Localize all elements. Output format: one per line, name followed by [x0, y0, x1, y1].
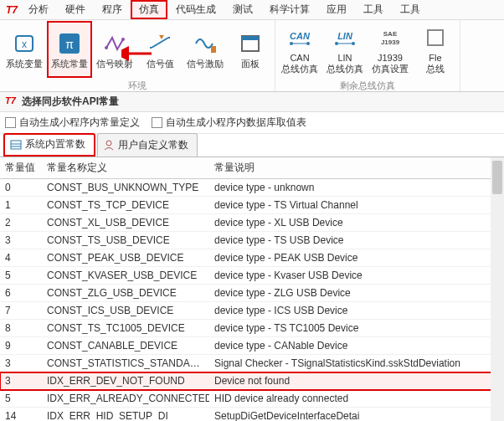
- cell: CONST_TS_TCP_DEVICE: [42, 197, 209, 214]
- svg-rect-8: [242, 36, 259, 40]
- list-icon: [10, 139, 22, 151]
- svg-text:LIN: LIN: [337, 31, 353, 41]
- auto-gen-db[interactable]: 自动生成小程序内数据库取值表: [152, 116, 306, 130]
- cell: IDX_ERR_DEV_NOT_FOUND: [42, 372, 209, 390]
- user-icon: [103, 139, 115, 151]
- table-row[interactable]: 9CONST_CANABLE_DEVICEdevice type - CANab…: [0, 337, 504, 355]
- tab-user-defined-label: 用户自定义常数: [118, 138, 188, 152]
- tab-user-defined[interactable]: 用户自定义常数: [97, 133, 198, 157]
- cell: CONST_TS_TC1005_DEVICE: [42, 320, 209, 337]
- cell: HID device already connected: [209, 390, 504, 408]
- table-row[interactable]: 3IDX_ERR_DEV_NOT_FOUNDDevice not found: [0, 372, 504, 390]
- table-header-row: 常量值常量名称定义常量说明: [0, 157, 504, 179]
- table-row[interactable]: 3CONST_TS_USB_DEVICEdevice type - TS USB…: [0, 232, 504, 249]
- signal-mapping-button[interactable]: 信号映射: [92, 21, 137, 78]
- col-header-2[interactable]: 常量说明: [209, 157, 504, 179]
- panel-icon: [237, 30, 264, 57]
- auto-gen-const-checkbox[interactable]: [5, 117, 16, 128]
- signal-value-button[interactable]: 信号值: [137, 21, 183, 78]
- constants-table: 常量值常量名称定义常量说明 0CONST_BUS_UNKNOWN_TYPEdev…: [0, 157, 504, 421]
- panel-title-bar: T7 选择同步软件API常量: [0, 92, 504, 112]
- table-row[interactable]: 0CONST_BUS_UNKNOWN_TYPEdevice type - unk…: [0, 179, 504, 197]
- menu-item-3[interactable]: 仿真: [131, 0, 167, 19]
- menu-item-2[interactable]: 程序: [94, 0, 131, 19]
- cell: device type - unknown: [209, 179, 504, 197]
- j1939-button[interactable]: SAEJ1939J1939仿真设置: [368, 21, 413, 78]
- table-row[interactable]: 5IDX_ERR_ALREADY_CONNECTEDHID device alr…: [0, 390, 504, 408]
- svg-rect-6: [211, 46, 216, 53]
- svg-point-24: [106, 141, 111, 146]
- vertical-scrollbar[interactable]: [491, 157, 504, 421]
- cell: CONST_TS_USB_DEVICE: [42, 232, 209, 249]
- cell: CONST_CANABLE_DEVICE: [42, 337, 209, 355]
- cell: IDX_ERR_HID_SETUP_DI: [42, 408, 209, 422]
- j1939-icon: SAEJ1939: [377, 24, 404, 51]
- table-row[interactable]: 3CONST_STATISTICS_STANDA…Signal Checker …: [0, 355, 504, 372]
- table-row[interactable]: 5CONST_KVASER_USB_DEVICEdevice type - Kv…: [0, 267, 504, 285]
- table-row[interactable]: 1CONST_TS_TCP_DEVICEdevice type - TS Vir…: [0, 197, 504, 214]
- lin-bus-icon: LIN: [332, 24, 358, 51]
- j1939-label: J1939仿真设置: [372, 53, 409, 74]
- auto-gen-const[interactable]: 自动生成小程序内常量定义: [5, 116, 140, 130]
- col-header-1[interactable]: 常量名称定义: [42, 157, 209, 179]
- cell: 3: [0, 372, 42, 390]
- can-bus-button[interactable]: CANCAN总线仿真: [277, 21, 322, 78]
- cell: CONST_ZLG_USB_DEVICE: [42, 285, 209, 302]
- menu-item-1[interactable]: 硬件: [57, 0, 94, 19]
- auto-gen-const-label: 自动生成小程序内常量定义: [19, 116, 140, 130]
- cell: 5: [0, 390, 42, 408]
- auto-gen-db-checkbox[interactable]: [152, 117, 162, 128]
- panel-label: 面板: [241, 59, 260, 69]
- cell: device type - XL USB Device: [209, 214, 504, 232]
- options-bar: 自动生成小程序内常量定义自动生成小程序内数据库取值表: [0, 112, 504, 134]
- menu-item-8[interactable]: 工具: [355, 0, 392, 19]
- cell: CONST_XL_USB_DEVICE: [42, 214, 209, 232]
- panel-logo-icon: T7: [5, 95, 18, 109]
- tab-system-builtin[interactable]: 系统内置常数: [3, 133, 95, 157]
- cell: device type - TS Virtual Channel: [209, 197, 504, 214]
- table-row[interactable]: 8CONST_TS_TC1005_DEVICEdevice type - TS …: [0, 320, 504, 337]
- cell: 2: [0, 214, 42, 232]
- table-row[interactable]: 2CONST_XL_USB_DEVICEdevice type - XL USB…: [0, 214, 504, 232]
- cell: SetupDiGetDeviceInterfaceDetai: [209, 408, 504, 422]
- system-constants-button[interactable]: π系统常量: [47, 21, 92, 78]
- cell: CONST_ICS_USB_DEVICE: [42, 302, 209, 320]
- cell: device type - Kvaser USB Device: [209, 267, 504, 285]
- scrollbar-thumb[interactable]: [492, 161, 502, 194]
- svg-point-4: [105, 46, 108, 49]
- col-header-0[interactable]: 常量值: [0, 157, 42, 179]
- cell: device type - PEAK USB Device: [209, 249, 504, 267]
- fr-bus-button[interactable]: Fle总线: [413, 21, 458, 78]
- lin-bus-button[interactable]: LINLIN总线仿真: [322, 21, 368, 78]
- system-constants-icon: π: [56, 30, 83, 57]
- menu-item-9[interactable]: 工具: [392, 0, 429, 19]
- ribbon: x系统变量π系统常量信号映射信号值信号激励面板环境CANCAN总线仿真LINLI…: [0, 20, 504, 92]
- table-row[interactable]: 14IDX_ERR_HID_SETUP_DISetupDiGetDeviceIn…: [0, 408, 504, 422]
- menu-item-7[interactable]: 应用: [318, 0, 355, 19]
- app-logo: T7: [3, 2, 20, 18]
- cell: 3: [0, 355, 42, 372]
- constants-table-wrap: 常量值常量名称定义常量说明 0CONST_BUS_UNKNOWN_TYPEdev…: [0, 157, 504, 421]
- menu-item-5[interactable]: 测试: [224, 0, 261, 19]
- cell: 9: [0, 337, 42, 355]
- signal-stimulus-button[interactable]: 信号激励: [183, 21, 228, 78]
- svg-text:J1939: J1939: [381, 39, 400, 46]
- const-tabs: 系统内置常数用户自定义常数: [0, 134, 504, 157]
- cell: IDX_ERR_ALREADY_CONNECTED: [42, 390, 209, 408]
- table-row[interactable]: 7CONST_ICS_USB_DEVICEdevice type - ICS U…: [0, 302, 504, 320]
- menu-item-0[interactable]: 分析: [20, 0, 57, 19]
- signal-value-label: 信号值: [147, 59, 174, 69]
- svg-point-5: [121, 38, 125, 41]
- signal-mapping-label: 信号映射: [96, 59, 133, 69]
- cell: 3: [0, 232, 42, 249]
- system-variables-button[interactable]: x系统变量: [2, 21, 47, 78]
- signal-stimulus-label: 信号激励: [187, 59, 224, 69]
- cell: device type - ZLG USB Device: [209, 285, 504, 302]
- table-row[interactable]: 4CONST_PEAK_USB_DEVICEdevice type - PEAK…: [0, 249, 504, 267]
- cell: 5: [0, 267, 42, 285]
- auto-gen-db-label: 自动生成小程序内数据库取值表: [166, 116, 306, 130]
- panel-button[interactable]: 面板: [228, 21, 273, 78]
- table-row[interactable]: 6CONST_ZLG_USB_DEVICEdevice type - ZLG U…: [0, 285, 504, 302]
- menu-item-6[interactable]: 科学计算: [261, 0, 318, 19]
- menu-item-4[interactable]: 代码生成: [167, 0, 224, 19]
